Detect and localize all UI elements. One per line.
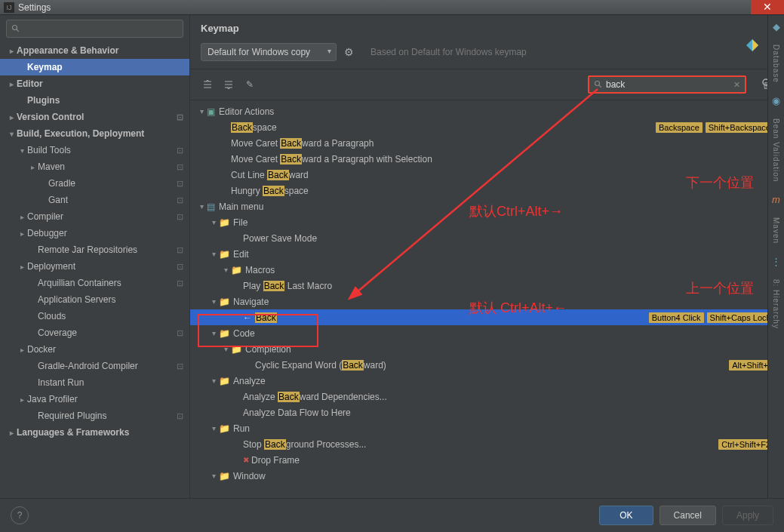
sidebar-item-gradle[interactable]: Gradle⊡ — [0, 175, 189, 192]
action-search-input[interactable] — [606, 79, 733, 90]
sidebar-item-keymap[interactable]: Keymap — [0, 59, 189, 75]
sidebar-item-deployment[interactable]: ▸Deployment⊡ — [0, 258, 189, 275]
tree-row[interactable]: ▾📁Code — [190, 325, 784, 341]
tree-row[interactable]: ←BackButton4 ClickShift+Caps Lock — [190, 309, 784, 325]
search-icon — [594, 80, 603, 89]
settings-sidebar: ▸Appearance & BehaviorKeymap▸EditorPlugi… — [0, 15, 190, 498]
strip-database[interactable]: Database — [772, 45, 780, 83]
tree-row[interactable]: ▾📁Completion — [190, 341, 784, 357]
tree-row[interactable]: Cut Line Backward — [190, 167, 784, 183]
ok-button[interactable]: OK — [599, 506, 653, 525]
tree-row[interactable]: ▾▣Editor Actions — [190, 103, 784, 119]
scheme-gear-icon[interactable]: ⚙ — [343, 45, 355, 60]
tree-row[interactable]: ▾📁Navigate — [190, 294, 784, 309]
sidebar-item-compiler[interactable]: ▸Compiler⊡ — [0, 208, 189, 225]
edit-icon[interactable]: ✎ — [243, 78, 257, 91]
svg-line-1 — [17, 29, 19, 32]
tree-row[interactable]: ✖Drop Frame — [190, 452, 784, 468]
sidebar-item-appearance-behavior[interactable]: ▸Appearance & Behavior — [0, 42, 189, 59]
sidebar-item-plugins[interactable]: Plugins — [0, 92, 189, 109]
tree-row[interactable]: ▾📁Edit — [190, 246, 784, 262]
collapse-all-icon[interactable] — [222, 78, 235, 91]
tree-row[interactable]: BackspaceBackspaceShift+Backspace — [190, 119, 784, 135]
sidebar-item-java-profiler[interactable]: ▸Java Profiler — [0, 391, 189, 407]
apply-button[interactable]: Apply — [722, 506, 773, 525]
tree-row[interactable]: ▾📁Macros — [190, 262, 784, 278]
sidebar-item-gradle-android-compiler[interactable]: Gradle-Android Compiler⊡ — [0, 358, 189, 374]
sidebar-item-build-execution-deployment[interactable]: ▾Build, Execution, Deployment — [0, 125, 189, 142]
strip-maven[interactable]: Maven — [772, 217, 780, 244]
strip-hierarchy[interactable]: 8: Hierarchy — [772, 279, 780, 329]
settings-search[interactable] — [6, 20, 183, 38]
titlebar: IJ Settings ✕ — [0, 0, 784, 15]
sidebar-item-editor[interactable]: ▸Editor — [0, 75, 189, 92]
tree-row[interactable]: Power Save Mode — [190, 230, 784, 246]
sidebar-item-debugger[interactable]: ▸Debugger — [0, 225, 189, 241]
window-title: Settings — [18, 2, 51, 13]
right-tool-strip: ◆ Database ◉ Bean Validation m Maven ⋮ 8… — [767, 15, 784, 498]
bean-icon[interactable]: ◉ — [772, 95, 780, 106]
strip-bean[interactable]: Bean Validation — [772, 118, 780, 182]
tree-row[interactable]: Stop Background Processes...Ctrl+Shift+F… — [190, 436, 784, 452]
sidebar-item-instant-run[interactable]: Instant Run — [0, 374, 189, 391]
scheme-combo[interactable]: Default for Windows copy — [201, 43, 337, 61]
tree-row[interactable]: Move Caret Backward a Paragraph with Sel… — [190, 151, 784, 167]
tree-row[interactable]: ▾📁Run — [190, 420, 784, 436]
sidebar-item-clouds[interactable]: Clouds — [0, 308, 189, 324]
sidebar-item-required-plugins[interactable]: Required Plugins⊡ — [0, 407, 189, 424]
svg-point-4 — [595, 81, 600, 86]
svg-point-0 — [13, 26, 17, 30]
settings-nav-list: ▸Appearance & BehaviorKeymap▸EditorPlugi… — [0, 42, 189, 498]
tree-row[interactable]: Analyze Data Flow to Here — [190, 404, 784, 420]
sidebar-item-maven[interactable]: ▸Maven⊡ — [0, 158, 189, 175]
tree-row[interactable]: Move Caret Backward a Paragraph — [190, 135, 784, 151]
svg-line-5 — [599, 85, 601, 88]
sidebar-item-languages-frameworks[interactable]: ▸Languages & Frameworks — [0, 424, 189, 441]
keymap-toolbar: Default for Windows copy ⚙ Based on Defa… — [190, 38, 784, 69]
action-search[interactable]: ✕ — [588, 75, 746, 94]
tree-row[interactable]: Analyze Backward Dependencies... — [190, 389, 784, 404]
svg-marker-3 — [752, 39, 758, 51]
plugin-logo-icon — [745, 38, 760, 53]
app-icon: IJ — [4, 2, 14, 13]
tree-row[interactable]: ▾▤Main menu — [190, 198, 784, 214]
expand-all-icon[interactable] — [201, 78, 214, 91]
based-on-label: Based on Default for Windows keymap — [370, 47, 527, 57]
tree-row[interactable]: Hungry Backspace — [190, 183, 784, 198]
sidebar-item-remote-jar-repositories[interactable]: Remote Jar Repositories⊡ — [0, 241, 189, 258]
page-title: Keymap — [190, 15, 784, 38]
tree-row[interactable]: Play Back Last Macro — [190, 278, 784, 294]
database-icon[interactable]: ◆ — [773, 21, 780, 32]
keymap-tree[interactable]: ▾▣Editor ActionsBackspaceBackspaceShift+… — [190, 100, 784, 498]
tree-row[interactable]: ▾📁Window — [190, 468, 784, 484]
content-panel: Keymap Default for Windows copy ⚙ Based … — [190, 15, 784, 498]
sidebar-item-arquillian-containers[interactable]: Arquillian Containers⊡ — [0, 275, 189, 291]
sidebar-item-version-control[interactable]: ▸Version Control⊡ — [0, 109, 189, 125]
sidebar-item-application-servers[interactable]: Application Servers — [0, 291, 189, 308]
keymap-actions: ✎ ✕ ⌨ — [190, 69, 784, 100]
sidebar-item-coverage[interactable]: Coverage⊡ — [0, 324, 189, 341]
close-button[interactable]: ✕ — [751, 0, 784, 14]
sidebar-item-build-tools[interactable]: ▾Build Tools⊡ — [0, 142, 189, 158]
cancel-button[interactable]: Cancel — [659, 506, 716, 525]
sidebar-item-gant[interactable]: Gant⊡ — [0, 192, 189, 208]
sidebar-item-docker[interactable]: ▸Docker — [0, 341, 189, 358]
clear-search-icon[interactable]: ✕ — [733, 80, 740, 90]
hierarchy-icon[interactable]: ⋮ — [771, 256, 781, 267]
maven-icon[interactable]: m — [772, 194, 780, 205]
tree-row[interactable]: ▾📁File — [190, 214, 784, 230]
search-icon — [11, 24, 20, 33]
tree-row[interactable]: Cyclic Expand Word (Backward)Alt+Shift+/ — [190, 357, 784, 373]
tree-row[interactable]: ▾📁Analyze — [190, 373, 784, 389]
dialog-footer: ? OK Cancel Apply — [0, 498, 784, 531]
help-button[interactable]: ? — [11, 506, 29, 524]
